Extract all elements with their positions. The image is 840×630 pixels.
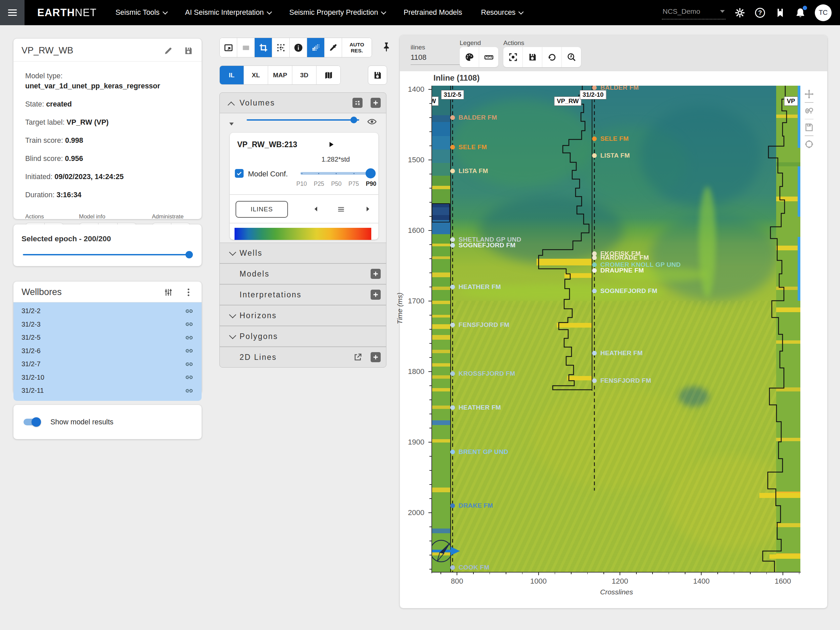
link-icon[interactable] [185, 373, 194, 382]
workspace-select[interactable]: NCS_Demo [662, 6, 725, 19]
add-interpretation-button[interactable] [371, 290, 381, 300]
save-image-button[interactable] [523, 47, 542, 67]
percentile-slider[interactable] [300, 172, 371, 175]
section-wells[interactable]: Wells [219, 243, 387, 264]
save-icon[interactable] [183, 46, 194, 56]
tab-3d[interactable]: 3D [292, 66, 316, 84]
expand-play-icon[interactable] [327, 140, 335, 149]
link-icon[interactable] [185, 307, 194, 316]
info-button[interactable] [289, 38, 307, 57]
nav-menu-item[interactable]: AI Seismic Interpretation [185, 8, 270, 17]
volume-opacity-slider[interactable] [246, 116, 359, 124]
percentile-knob[interactable] [366, 168, 376, 178]
center-focus-button[interactable] [503, 47, 523, 67]
section-horizons[interactable]: Horizons [219, 305, 387, 326]
app-logo[interactable]: EARTHNET [37, 7, 97, 19]
add-model-button[interactable] [371, 269, 381, 279]
nav-menu-item[interactable]: Seismic Tools [115, 8, 166, 17]
formation-marker[interactable]: BALDER FM [453, 114, 497, 121]
link-icon[interactable] [185, 346, 194, 355]
well-label[interactable]: 31/2-10 [580, 90, 606, 99]
show-model-results-toggle[interactable] [24, 418, 39, 425]
crop-button[interactable] [254, 38, 272, 57]
tab-basemap-icon[interactable] [316, 66, 340, 84]
fit-screen-button[interactable] [220, 38, 237, 57]
seismic-image[interactable]: BALDER FMSELE FMLISTA FMSHETLAND GP UNDS… [432, 86, 801, 572]
next-iline-button[interactable] [363, 205, 372, 213]
download-save-icon[interactable] [804, 122, 814, 133]
seismic-plot[interactable]: BALDER FMSELE FMLISTA FMSHETLAND GP UNDS… [432, 86, 801, 572]
ruler-icon-button[interactable] [479, 47, 498, 67]
well-label[interactable]: 31/2-5 [441, 90, 464, 99]
volume-expand-caret[interactable] [227, 119, 236, 128]
section-2d-lines[interactable]: 2D Lines [219, 347, 387, 368]
reset-crosshair-icon[interactable] [804, 139, 814, 149]
tab-il[interactable]: IL [220, 66, 243, 84]
formation-marker[interactable]: SELE FM [594, 135, 628, 142]
wellbore-row[interactable]: 31/2-2 [13, 305, 202, 318]
halftone-dots-button[interactable] [307, 38, 324, 57]
prev-iline-button[interactable] [312, 205, 320, 213]
swatch-button[interactable] [237, 38, 254, 57]
formation-marker[interactable]: HEATHER FM [453, 404, 501, 411]
open-external-icon[interactable] [353, 352, 363, 362]
nav-menu-item[interactable]: Resources [481, 8, 523, 17]
add-volume-button[interactable] [371, 98, 381, 108]
section-volumes[interactable]: Volumes [219, 92, 387, 113]
nav-menu-item[interactable]: Seismic Property Prediction [289, 8, 385, 17]
grid-crosshair-button[interactable] [272, 38, 289, 57]
formation-marker[interactable]: DRAUPNE FM [594, 267, 644, 274]
section-models[interactable]: Models [219, 264, 387, 284]
link-icon[interactable] [185, 387, 194, 395]
link-icon[interactable] [185, 320, 194, 328]
opacity-knob[interactable] [351, 117, 357, 123]
formation-marker[interactable]: KROSSFJORD FM [453, 370, 515, 377]
formation-marker[interactable]: SELE FM [453, 144, 487, 151]
epoch-slider[interactable] [23, 251, 192, 259]
formation-marker[interactable]: HEATHER FM [594, 349, 643, 357]
formation-marker[interactable]: LISTA FM [453, 167, 488, 175]
volume-math-button[interactable] [352, 98, 363, 108]
notifications-bell-icon[interactable] [795, 7, 806, 19]
nav-menu-item[interactable]: Pretrained Models [404, 8, 462, 17]
ilines-input[interactable]: 1108 [411, 53, 464, 65]
tab-xl[interactable]: XL [243, 66, 268, 84]
wellbore-row[interactable]: 31/2-5 [13, 331, 202, 344]
formation-marker[interactable]: COOK FM [453, 564, 489, 571]
colorbar[interactable] [235, 228, 371, 240]
wellbore-row[interactable]: 31/2-7 [13, 357, 202, 371]
formation-marker[interactable]: LISTA FM [594, 152, 630, 159]
add-2d-line-button[interactable] [371, 352, 381, 362]
pan-move-icon[interactable] [804, 89, 814, 99]
wellbore-row[interactable]: 31/2-11 [13, 384, 202, 398]
formation-marker[interactable]: SOGNEFJORD FM [594, 287, 658, 295]
wellbore-row[interactable]: 31/2-6 [13, 344, 202, 358]
filter-tune-icon[interactable] [163, 287, 174, 297]
model-conf-checkbox[interactable] [235, 169, 243, 178]
formation-marker[interactable]: BRENT GP UND [453, 448, 508, 456]
zoom-reset-button[interactable] [562, 47, 581, 67]
section-interpretations[interactable]: Interpretations [219, 284, 387, 305]
formation-marker[interactable]: HARDRADE FM [594, 254, 649, 261]
formation-marker[interactable]: FENSFJORD FM [453, 321, 509, 328]
settings-gear-icon[interactable] [734, 7, 745, 19]
formation-marker[interactable]: SOGNEFJORD FM [453, 242, 516, 249]
rotate-undo-button[interactable] [542, 47, 562, 67]
ilines-mode-button[interactable]: ILINES [235, 201, 288, 218]
well-label[interactable]: VP_RW [554, 96, 581, 106]
zoom-binoculars-icon[interactable] [804, 106, 814, 116]
tab-map[interactable]: MAP [268, 66, 292, 84]
wellbore-row[interactable]: 31/2-3 [13, 318, 202, 331]
iline-list-button[interactable] [337, 205, 346, 214]
formation-marker[interactable]: FENSFJORD FM [594, 377, 651, 384]
well-label[interactable]: W [432, 96, 439, 106]
palette-icon-button[interactable] [459, 47, 479, 67]
save-view-button[interactable] [368, 66, 387, 85]
kebab-menu-icon[interactable] [183, 287, 194, 297]
user-avatar[interactable]: TC [815, 5, 832, 21]
auto-res-button[interactable]: AUTO RES. [342, 38, 372, 57]
bookmark-icon[interactable] [774, 7, 786, 19]
edit-pencil-icon[interactable] [163, 46, 174, 56]
link-icon[interactable] [185, 333, 194, 342]
formation-marker[interactable]: DRAKE FM [453, 502, 493, 509]
